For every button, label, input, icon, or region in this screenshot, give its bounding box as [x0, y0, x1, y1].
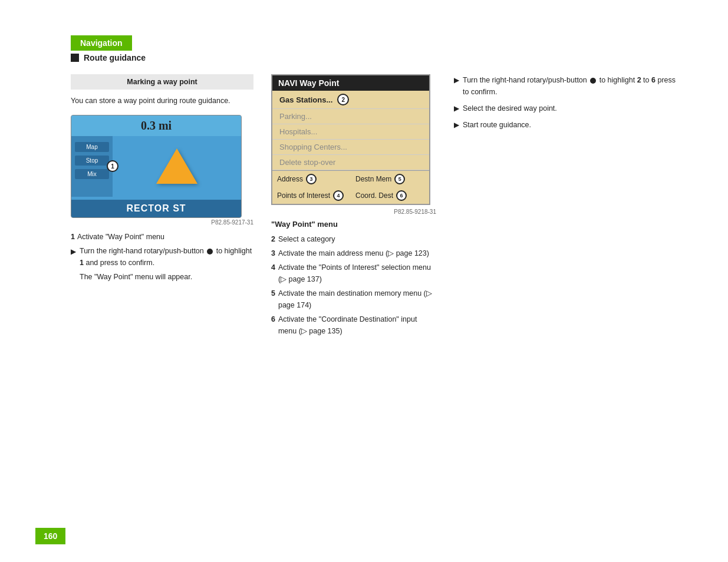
mid-step-3-num: 3 [271, 247, 275, 259]
right-bullet-2-text: Select the desired way point. [463, 103, 557, 114]
mid-step-4-text: Activate the "Points of Interest" select… [278, 262, 436, 285]
navi-item-1-label: Gas Stations... [279, 95, 332, 104]
navi-footer-coord-label: Coord. Dest [355, 191, 393, 200]
section-icon [71, 54, 79, 62]
section-header: Navigation Route guidance [71, 35, 681, 62]
navi-item-4: Shopping Centers... [272, 140, 429, 155]
nav-left-panel: Map Stop Mix 1 [71, 136, 113, 197]
badge-1: 1 [107, 160, 118, 172]
nav-street: RECTOR ST [71, 200, 241, 217]
right-arrow-3: ▶ [454, 120, 459, 131]
nav-screen-body: Map Stop Mix 1 [71, 136, 241, 197]
mid-column: NAVI Way Point Gas Stations... 2 Parking… [271, 74, 436, 339]
mid-step-5-num: 5 [271, 287, 275, 299]
navi-footer: Address 3 Destn Mem 5 Points of Interest… [272, 170, 429, 204]
nav-title-bar: Navigation [71, 35, 132, 51]
right-bullet-2: ▶ Select the desired way point. [454, 103, 681, 114]
right-bullet-1-text: Turn the right-hand rotary/push-button t… [463, 74, 681, 98]
right-bullet-3: ▶ Start route guidance. [454, 119, 681, 131]
navi-item-3-label: Hospitals... [279, 127, 317, 136]
page-number: 160 [44, 531, 57, 541]
mid-step-5-text: Activate the main destination memory men… [278, 287, 436, 311]
navi-item-1: Gas Stations... 2 [272, 91, 429, 109]
navi-footer-poi: Points of Interest 4 [272, 187, 351, 204]
nav-title: Navigation [80, 38, 123, 48]
main-content: Marking a way point You can store a way … [71, 74, 681, 339]
mid-step-6: 6 Activate the "Coordinate Destination" … [271, 313, 436, 337]
mid-step-4-num: 4 [271, 262, 275, 273]
mid-step-5: 5 Activate the main destination memory m… [271, 287, 436, 311]
bullet-2-text: The "Way Point" menu will appear. [80, 272, 192, 283]
navi-badge-6: 6 [396, 190, 407, 201]
right-arrow-1: ▶ [454, 75, 459, 86]
section-title: Route guidance [84, 53, 146, 62]
navi-badge-4: 4 [333, 190, 344, 201]
bullet-2: ▶ The "Way Point" menu will appear. [71, 272, 253, 283]
navi-footer-coord: Coord. Dest 6 [351, 187, 429, 204]
navi-items-list: Gas Stations... 2 Parking... Hospitals..… [272, 91, 429, 170]
mid-section-title: "Way Point" menu [271, 220, 436, 229]
navi-footer-address-label: Address [277, 175, 303, 183]
mid-step-6-num: 6 [271, 313, 275, 325]
step-1: 1 Activate "Way Point" menu [71, 232, 253, 243]
mid-step-3-text: Activate the main address menu (▷ page 1… [278, 247, 429, 259]
mid-step-6-text: Activate the "Coordinate Destination" in… [278, 313, 436, 337]
navi-badge-3: 3 [306, 174, 317, 184]
mid-step-3: 3 Activate the main address menu (▷ page… [271, 247, 436, 259]
arrow-up-icon [156, 148, 197, 184]
bullet-1-text: Turn the right-hand rotary/push-button t… [80, 246, 253, 269]
navi-item-2: Parking... [272, 109, 429, 124]
navi-item-3: Hospitals... [272, 124, 429, 140]
mid-step-2: 2 Select a category [271, 233, 436, 245]
mid-step-4: 4 Activate the "Points of Interest" sele… [271, 262, 436, 285]
navi-badge-2: 2 [337, 94, 349, 105]
nav-btn-map: Map [75, 142, 109, 152]
right-column: ▶ Turn the right-hand rotary/push-button… [454, 74, 681, 339]
nav-distance: 0.3 mi [71, 115, 241, 136]
navi-item-5: Delete stop-over [272, 155, 429, 170]
section-title-row: Route guidance [71, 53, 681, 62]
mid-step-2-num: 2 [271, 233, 275, 245]
navi-item-2-label: Parking... [279, 112, 312, 121]
nav-btn-stop: Stop [75, 156, 109, 166]
step-1-num: 1 [71, 232, 75, 243]
left-steps: 1 Activate "Way Point" menu ▶ Turn the r… [71, 232, 253, 283]
marking-box-title: Marking a way point [71, 74, 253, 90]
nav-screen-image: 0.3 mi Map Stop Mix 1 RECTOR ST [71, 115, 242, 218]
left-column: Marking a way point You can store a way … [71, 74, 253, 339]
right-steps: ▶ Turn the right-hand rotary/push-button… [454, 74, 681, 131]
navi-header: NAVI Way Point [272, 75, 429, 91]
navi-screen: NAVI Way Point Gas Stations... 2 Parking… [271, 74, 430, 205]
navi-footer-destn: Destn Mem 5 [351, 171, 429, 187]
intro-text: You can store a way point during route g… [71, 95, 253, 107]
navi-footer-address: Address 3 [272, 171, 351, 187]
right-bullet-1: ▶ Turn the right-hand rotary/push-button… [454, 74, 681, 98]
image-ref-mid: P82.85-9218-31 [271, 209, 436, 215]
bullet-arrow-1: ▶ [71, 246, 76, 257]
mid-step-2-text: Select a category [278, 233, 335, 245]
navi-item-4-label: Shopping Centers... [279, 143, 347, 151]
image-ref-left: P82.85-9217-31 [71, 219, 253, 226]
dot-icon-1 [207, 249, 213, 254]
navi-badge-5: 5 [394, 174, 405, 184]
mid-steps: 2 Select a category 3 Activate the main … [271, 233, 436, 337]
navi-footer-destn-label: Destn Mem [355, 175, 391, 183]
step-1-text: Activate "Way Point" menu [77, 232, 164, 243]
right-arrow-2: ▶ [454, 103, 459, 114]
nav-btn-mix: Mix [75, 169, 109, 179]
navi-item-5-label: Delete stop-over [279, 158, 335, 167]
bullet-1: ▶ Turn the right-hand rotary/push-button… [71, 246, 253, 269]
dot-icon-r1 [590, 78, 596, 84]
right-bullet-3-text: Start route guidance. [463, 119, 531, 131]
page-number-box: 160 [35, 528, 65, 544]
nav-arrow [113, 136, 241, 197]
navi-footer-poi-label: Points of Interest [277, 191, 330, 200]
